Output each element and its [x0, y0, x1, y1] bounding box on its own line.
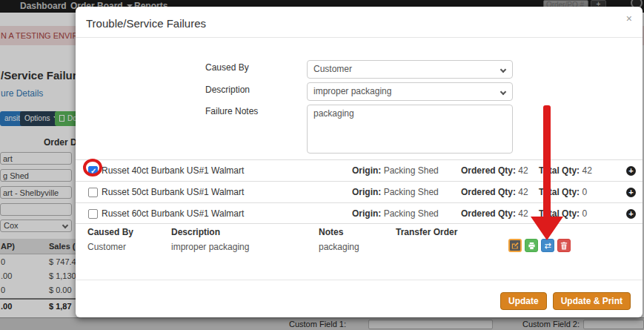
- annotation-red-arrow: [528, 105, 566, 242]
- chevron-down-icon: [500, 89, 506, 95]
- details-header-notes: Notes: [319, 227, 343, 237]
- close-icon[interactable]: ×: [626, 13, 632, 24]
- origin-value: Packing Shed: [384, 165, 439, 176]
- caused-by-select[interactable]: Customer: [307, 60, 513, 79]
- product-checkbox[interactable]: [88, 188, 98, 197]
- ordered-qty-value: 42: [518, 165, 528, 176]
- total-qty-value: 0: [582, 208, 587, 219]
- edit-button[interactable]: [508, 239, 522, 252]
- chevron-down-icon: [500, 67, 506, 73]
- description-select[interactable]: improper packaging: [307, 82, 513, 101]
- pencil-square-icon: [511, 242, 519, 249]
- product-name: Russet 50ct Burbank US#1 Walmart: [102, 182, 244, 203]
- origin-label: Origin:: [352, 187, 381, 197]
- plus-circle-icon[interactable]: [626, 166, 636, 176]
- trash-icon: [560, 242, 568, 250]
- origin-label: Origin:: [352, 165, 381, 176]
- swap-arrows-icon: ⇄: [544, 242, 551, 250]
- printer-icon: [528, 242, 536, 250]
- divider: [76, 280, 643, 280]
- details-header-transfer-order: Transfer Order: [396, 227, 457, 237]
- plus-circle-icon[interactable]: [626, 188, 636, 197]
- product-name: Russet 40ct Burbank US#1 Walmart: [102, 160, 244, 182]
- modal-footer: Update Update & Print: [500, 292, 631, 310]
- plus-circle-icon[interactable]: [626, 209, 636, 219]
- ordered-qty-value: 42: [518, 208, 528, 219]
- ordered-qty-label: Ordered Qty:: [461, 165, 516, 176]
- origin-value: Packing Shed: [384, 208, 439, 219]
- product-name: Russet 60ct Burbank US#1 Walmart: [102, 203, 244, 225]
- details-header-caused-by: Caused By: [87, 227, 133, 237]
- origin-value: Packing Shed: [384, 187, 439, 197]
- modal-title: Trouble/Service Failures: [86, 17, 206, 30]
- update-button[interactable]: Update: [500, 292, 547, 310]
- details-notes-value: packaging: [319, 242, 359, 252]
- description-label: Description: [205, 85, 250, 95]
- failure-notes-textarea[interactable]: packaging: [307, 105, 513, 154]
- details-description-value: improper packaging: [171, 242, 249, 252]
- caused-by-label: Caused By: [205, 62, 249, 73]
- origin-label: Origin:: [352, 208, 381, 219]
- product-checkbox[interactable]: [88, 209, 98, 219]
- divider: [76, 37, 643, 38]
- details-caused-by-value: Customer: [87, 242, 126, 252]
- ordered-qty-label: Ordered Qty:: [461, 208, 516, 219]
- total-qty-value: 42: [582, 165, 591, 176]
- screen: Dashboard Order Board Reports + N A TEST…: [0, 0, 644, 330]
- failure-notes-label: Failure Notes: [205, 106, 258, 116]
- details-header-description: Description: [171, 227, 220, 237]
- total-qty-value: 0: [582, 187, 587, 197]
- annotation-red-circle: [83, 159, 102, 176]
- ordered-qty-value: 42: [518, 187, 528, 197]
- ordered-qty-label: Ordered Qty:: [461, 187, 516, 197]
- update-print-button[interactable]: Update & Print: [553, 292, 631, 310]
